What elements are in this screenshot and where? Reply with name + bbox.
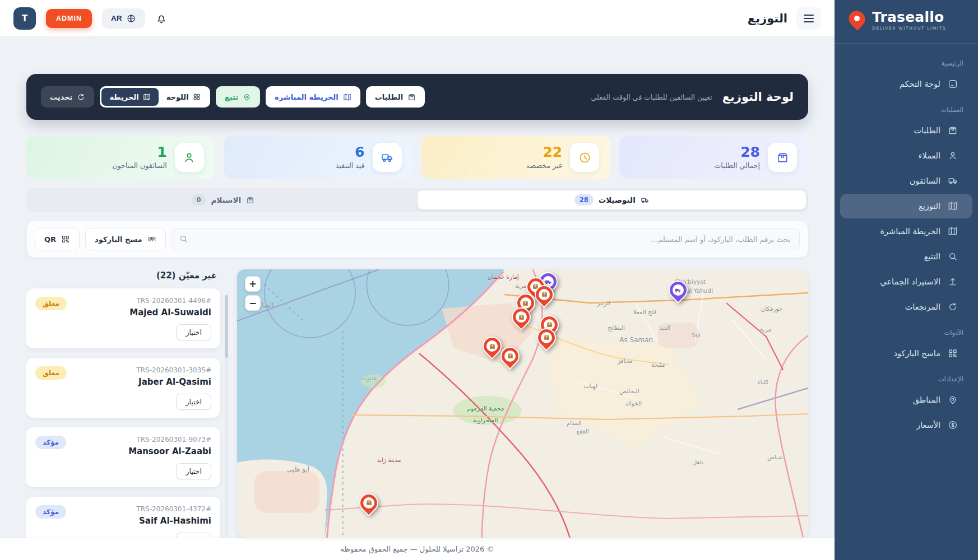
order-card[interactable]: TRS-20260301-3035# Jaber Al-Qasimi معلق … — [26, 358, 220, 418]
order-card[interactable]: TRS-20260301-4496# Majed Al-Suwaidi معلق… — [26, 288, 220, 348]
map-view-segment[interactable]: الخريطة — [101, 88, 158, 106]
stat-label: قيد التنفيذ — [336, 161, 365, 170]
dispatch-map[interactable]: + − إمارة عجمانالحمريةالزبيرفلح المعلاSh… — [237, 269, 808, 538]
sidebar-item-zones[interactable]: المناطق — [840, 388, 972, 412]
dispatch-hero-toolbar: لوحة التوزيع تعيين السائقين للطلبات في ا… — [26, 74, 808, 120]
nav-section-main: الرئيسية — [835, 50, 978, 71]
language-switcher[interactable]: AR — [102, 8, 146, 29]
user-icon — [948, 151, 958, 161]
driver-map-pin[interactable] — [669, 281, 688, 300]
sidebar-item-label: السائقون — [910, 176, 940, 185]
map-place-label: كلباء — [758, 379, 769, 385]
stat-unassigned: 22 غير مخصصة — [422, 136, 611, 179]
map-icon — [343, 93, 351, 101]
scan-barcode-button[interactable]: مسح الباركود — [85, 228, 166, 250]
order-map-pin[interactable] — [483, 337, 502, 356]
truck-icon — [373, 143, 402, 172]
sidebar-item-dashboard[interactable]: لوحة التحكم — [840, 72, 972, 96]
brand-logo[interactable]: Traseallo DELIVER WITHOUT LIMITS — [835, 0, 978, 40]
order-card[interactable]: TRS-20260301-4372# Saif Al-Hashimi مؤكد … — [26, 497, 220, 538]
sidebar-item-orders[interactable]: الطلبات — [840, 118, 972, 143]
status-badge: معلق — [35, 366, 67, 380]
list-scrollbar-thumb[interactable] — [225, 295, 228, 358]
refresh-icon — [948, 302, 958, 312]
unassigned-orders-panel: غير معيّن (22) TRS-20260301-4496# Majed … — [26, 269, 228, 538]
stat-label: إجمالي الطلبات — [715, 161, 760, 170]
qr-button[interactable]: QR — [35, 228, 80, 250]
sidebar: Traseallo DELIVER WITHOUT LIMITS الرئيسي… — [835, 0, 978, 560]
order-card[interactable]: TRS-20260301-9073# Mansoor Al-Zaabi مؤكد… — [26, 427, 220, 487]
sidebar-nav: الرئيسية لوحة التحكم العمليات الطلبات ال… — [835, 46, 978, 438]
map-place-label: المدام — [567, 419, 582, 426]
order-map-pin[interactable] — [359, 493, 378, 512]
map-icon — [948, 226, 958, 236]
map-place-label: الزبير — [597, 300, 610, 306]
select-order-button[interactable]: اختيار — [176, 463, 211, 479]
stat-total-orders: 28 إجمالي الطلبات — [619, 136, 808, 179]
sidebar-item-label: الطلبات — [914, 126, 940, 135]
select-order-button[interactable]: اختيار — [176, 394, 211, 410]
live-map-button[interactable]: الخريطة المباشرة — [266, 86, 360, 108]
app-root: Traseallo DELIVER WITHOUT LIMITS الرئيسي… — [0, 0, 978, 560]
pin-icon — [243, 93, 251, 101]
nav-section-operations: العمليات — [835, 97, 978, 118]
list-scrollbar[interactable] — [225, 294, 228, 538]
user-avatar[interactable]: T — [13, 7, 36, 30]
tab-deliveries[interactable]: التوصيلات 28 — [418, 190, 806, 209]
sidebar-item-label: الأسعار — [916, 421, 940, 430]
refresh-button[interactable]: تحديث — [41, 86, 94, 108]
map-place-label: محافز — [618, 357, 632, 364]
tab-label: الاستلام — [211, 195, 241, 204]
select-order-button[interactable]: اختيار — [176, 533, 211, 538]
upload-icon — [948, 277, 958, 287]
order-id: TRS-20260301-4372# — [136, 505, 211, 513]
sidebar-item-pricing[interactable]: الأسعار — [840, 413, 972, 437]
sidebar-item-live-map[interactable]: الخريطة المباشرة — [840, 219, 972, 244]
order-map-pin[interactable] — [535, 285, 554, 304]
stat-label: السائقون المتاحون — [113, 161, 167, 170]
track-button[interactable]: تتبع — [216, 86, 260, 108]
notifications-bell-button[interactable] — [155, 12, 168, 25]
map-place-label: As Saman — [619, 336, 653, 344]
unassigned-header: غير معيّن (22) — [26, 269, 220, 288]
grid-icon — [193, 93, 201, 101]
order-recipient-name: Majed Al-Suwaidi — [129, 307, 211, 318]
sidebar-item-tracking[interactable]: التتبع — [840, 244, 972, 269]
zoom-out-button[interactable]: − — [245, 295, 261, 311]
sidebar-item-bulk-import[interactable]: الاستيراد الجماعي — [840, 269, 972, 294]
clock-icon — [570, 143, 599, 172]
map-place-label: لهباب — [584, 382, 597, 389]
select-order-button[interactable]: اختيار — [176, 324, 211, 340]
nav-section-settings: الإعدادات — [835, 366, 978, 387]
search-input[interactable] — [172, 228, 800, 250]
order-map-pin[interactable] — [512, 307, 531, 326]
tab-pickups[interactable]: الاستلام 0 — [29, 190, 418, 209]
sidebar-item-label: ماسح الباركود — [894, 349, 940, 358]
zoom-in-button[interactable]: + — [245, 276, 261, 292]
map-place-label: Siji — [692, 332, 701, 338]
copyright-text: © 2026 تراسيلا للحلول — جميع الحقوق محفو… — [341, 545, 494, 553]
order-map-pin[interactable] — [537, 328, 556, 347]
admin-role-button[interactable]: ADMIN — [46, 9, 92, 28]
order-recipient-name: Saif Al-Hashimi — [136, 516, 211, 526]
dashboard-icon — [948, 79, 958, 89]
page-title: التوزيع — [748, 12, 787, 25]
view-toggle: اللوحة الخريطة — [100, 86, 210, 108]
map-place-label: خورفكان — [761, 305, 782, 312]
map-place-label: البطائح — [608, 324, 625, 331]
orders-button[interactable]: الطلبات — [366, 86, 425, 108]
sidebar-item-dispatch[interactable]: التوزيع — [840, 194, 972, 218]
map-place-label: فلح المعلا — [633, 309, 656, 315]
order-recipient-name: Jaber Al-Qasimi — [136, 377, 211, 387]
hero-subtitle: تعيين السائقين للطلبات في الوقت الفعلي — [591, 93, 712, 101]
sidebar-item-customers[interactable]: العملاء — [840, 143, 972, 168]
hamburger-menu-button[interactable] — [796, 7, 821, 30]
sidebar-item-drivers[interactable]: السائقون — [840, 169, 972, 193]
content: لوحة التوزيع تعيين السائقين للطلبات في ا… — [0, 37, 835, 538]
sidebar-item-returns[interactable]: المرتجعات — [840, 295, 972, 319]
board-view-segment[interactable]: اللوحة — [159, 88, 208, 106]
order-map-pin[interactable] — [500, 347, 520, 366]
footer: © 2026 تراسيلا للحلول — جميع الحقوق محفو… — [0, 538, 835, 560]
sidebar-item-barcode-scanner[interactable]: ماسح الباركود — [840, 341, 972, 366]
brand-name: Traseallo — [872, 10, 946, 24]
